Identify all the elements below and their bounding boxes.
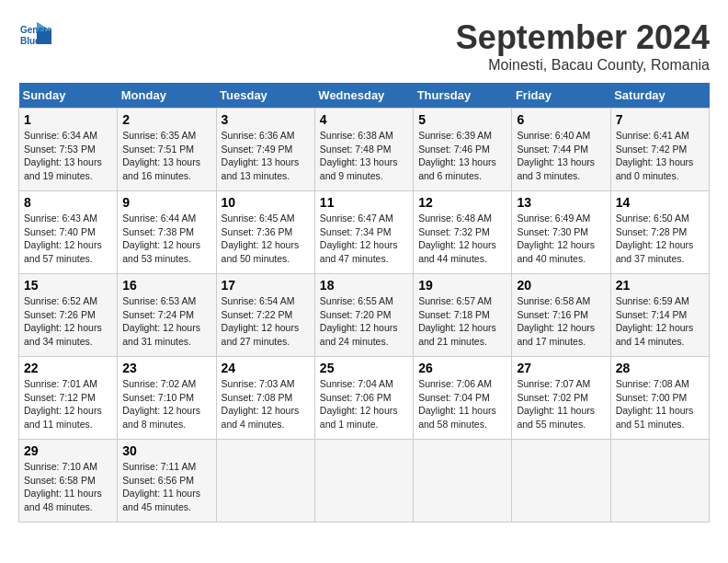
calendar-cell: 18Sunrise: 6:55 AMSunset: 7:20 PMDayligh…: [314, 274, 413, 357]
sunrise-text: Sunrise: 6:49 AM: [517, 213, 590, 224]
daylight-text: Daylight: 12 hours and 21 minutes.: [418, 322, 496, 347]
calendar-cell: 7Sunrise: 6:41 AMSunset: 7:42 PMDaylight…: [610, 109, 709, 191]
day-info: Sunrise: 6:52 AMSunset: 7:26 PMDaylight:…: [24, 294, 112, 349]
calendar-cell: 4Sunrise: 6:38 AMSunset: 7:48 PMDaylight…: [314, 109, 413, 191]
day-number: 30: [122, 443, 210, 458]
sunrise-text: Sunrise: 6:38 AM: [320, 130, 393, 141]
day-info: Sunrise: 6:50 AMSunset: 7:28 PMDaylight:…: [616, 212, 704, 266]
logo: General Blue: [18, 18, 51, 52]
calendar-cell: 16Sunrise: 6:53 AMSunset: 7:24 PMDayligh…: [118, 274, 216, 357]
day-number: 15: [24, 278, 112, 293]
daylight-text: Daylight: 12 hours and 27 minutes.: [222, 322, 300, 347]
daylight-text: Daylight: 12 hours and 47 minutes.: [320, 239, 398, 264]
day-number: 19: [418, 278, 506, 293]
sunrise-text: Sunrise: 6:45 AM: [222, 213, 295, 224]
sunset-text: Sunset: 7:26 PM: [24, 309, 96, 320]
day-info: Sunrise: 6:44 AMSunset: 7:38 PMDaylight:…: [122, 212, 210, 266]
sunrise-text: Sunrise: 6:58 AM: [517, 295, 590, 306]
day-info: Sunrise: 7:01 AMSunset: 7:12 PMDaylight:…: [24, 377, 112, 431]
sunrise-text: Sunrise: 6:35 AM: [122, 130, 196, 141]
sunset-text: Sunset: 7:34 PM: [320, 226, 392, 237]
calendar-cell: 14Sunrise: 6:50 AMSunset: 7:28 PMDayligh…: [610, 191, 709, 274]
sunrise-text: Sunrise: 6:44 AM: [122, 213, 196, 224]
sunset-text: Sunset: 6:56 PM: [122, 475, 194, 486]
calendar-cell: 25Sunrise: 7:04 AMSunset: 7:06 PMDayligh…: [314, 357, 413, 440]
day-info: Sunrise: 6:47 AMSunset: 7:34 PMDaylight:…: [320, 212, 408, 266]
calendar-week-row: 15Sunrise: 6:52 AMSunset: 7:26 PMDayligh…: [19, 274, 710, 357]
calendar-cell: 19Sunrise: 6:57 AMSunset: 7:18 PMDayligh…: [414, 274, 512, 357]
sunrise-text: Sunrise: 6:48 AM: [418, 213, 492, 224]
sunset-text: Sunset: 7:38 PM: [122, 226, 194, 237]
day-info: Sunrise: 6:43 AMSunset: 7:40 PMDaylight:…: [24, 212, 112, 266]
day-info: Sunrise: 7:08 AMSunset: 7:00 PMDaylight:…: [616, 377, 704, 431]
day-number: 26: [418, 361, 506, 375]
daylight-text: Daylight: 13 hours and 19 minutes.: [24, 156, 102, 181]
day-info: Sunrise: 6:53 AMSunset: 7:24 PMDaylight:…: [122, 294, 210, 349]
daylight-text: Daylight: 12 hours and 11 minutes.: [24, 405, 102, 430]
sunrise-text: Sunrise: 6:55 AM: [320, 295, 393, 306]
sunrise-text: Sunrise: 6:59 AM: [616, 295, 689, 306]
sunrise-text: Sunrise: 6:41 AM: [616, 130, 689, 141]
day-number: 1: [24, 112, 112, 127]
weekday-header-wednesday: Wednesday: [314, 83, 413, 109]
sunset-text: Sunset: 7:06 PM: [320, 392, 392, 403]
sunrise-text: Sunrise: 6:39 AM: [418, 130, 492, 141]
weekday-header-row: SundayMondayTuesdayWednesdayThursdayFrid…: [19, 83, 710, 109]
calendar-cell: 8Sunrise: 6:43 AMSunset: 7:40 PMDaylight…: [19, 191, 118, 274]
day-info: Sunrise: 6:55 AMSunset: 7:20 PMDaylight:…: [320, 294, 408, 349]
daylight-text: Daylight: 13 hours and 6 minutes.: [418, 156, 496, 181]
sunrise-text: Sunrise: 7:07 AM: [517, 378, 590, 389]
weekday-header-sunday: Sunday: [19, 83, 118, 109]
day-number: 2: [122, 112, 210, 127]
day-number: 24: [222, 361, 310, 375]
sunrise-text: Sunrise: 6:40 AM: [517, 130, 590, 141]
day-number: 10: [222, 195, 310, 210]
sunset-text: Sunset: 7:22 PM: [222, 309, 293, 320]
weekday-header-monday: Monday: [118, 83, 216, 109]
sunrise-text: Sunrise: 7:10 AM: [24, 461, 97, 472]
sunrise-text: Sunrise: 6:57 AM: [418, 295, 492, 306]
calendar-cell: 22Sunrise: 7:01 AMSunset: 7:12 PMDayligh…: [19, 357, 118, 440]
sunset-text: Sunset: 7:10 PM: [122, 392, 194, 403]
calendar-cell: 28Sunrise: 7:08 AMSunset: 7:00 PMDayligh…: [610, 357, 709, 440]
daylight-text: Daylight: 12 hours and 40 minutes.: [517, 239, 595, 264]
daylight-text: Daylight: 12 hours and 34 minutes.: [24, 322, 102, 347]
logo-icon: General Blue: [18, 18, 51, 52]
daylight-text: Daylight: 13 hours and 9 minutes.: [320, 156, 398, 181]
sunset-text: Sunset: 7:46 PM: [418, 144, 490, 155]
calendar-cell: 23Sunrise: 7:02 AMSunset: 7:10 PMDayligh…: [118, 357, 216, 440]
sunset-text: Sunset: 7:44 PM: [517, 144, 588, 155]
weekday-header-tuesday: Tuesday: [216, 83, 314, 109]
calendar-cell: [610, 440, 709, 523]
daylight-text: Daylight: 12 hours and 37 minutes.: [616, 239, 694, 264]
day-number: 4: [320, 112, 408, 127]
daylight-text: Daylight: 12 hours and 53 minutes.: [122, 239, 200, 264]
sunset-text: Sunset: 7:02 PM: [517, 392, 588, 403]
day-number: 28: [616, 361, 704, 375]
day-info: Sunrise: 7:03 AMSunset: 7:08 PMDaylight:…: [222, 377, 310, 431]
day-number: 18: [320, 278, 408, 293]
day-info: Sunrise: 6:39 AMSunset: 7:46 PMDaylight:…: [418, 129, 506, 183]
sunrise-text: Sunrise: 6:47 AM: [320, 213, 393, 224]
calendar-cell: [414, 440, 512, 523]
calendar-cell: 15Sunrise: 6:52 AMSunset: 7:26 PMDayligh…: [19, 274, 118, 357]
sunset-text: Sunset: 7:30 PM: [517, 226, 588, 237]
calendar-cell: 12Sunrise: 6:48 AMSunset: 7:32 PMDayligh…: [414, 191, 512, 274]
daylight-text: Daylight: 12 hours and 50 minutes.: [222, 239, 300, 264]
sunrise-text: Sunrise: 7:03 AM: [222, 378, 295, 389]
calendar-cell: 17Sunrise: 6:54 AMSunset: 7:22 PMDayligh…: [216, 274, 314, 357]
day-info: Sunrise: 6:34 AMSunset: 7:53 PMDaylight:…: [24, 129, 112, 183]
calendar-cell: 13Sunrise: 6:49 AMSunset: 7:30 PMDayligh…: [512, 191, 610, 274]
day-info: Sunrise: 6:45 AMSunset: 7:36 PMDaylight:…: [222, 212, 310, 266]
calendar-cell: 9Sunrise: 6:44 AMSunset: 7:38 PMDaylight…: [118, 191, 216, 274]
day-number: 14: [616, 195, 704, 210]
day-number: 27: [517, 361, 605, 375]
day-number: 21: [616, 278, 704, 293]
calendar-week-row: 8Sunrise: 6:43 AMSunset: 7:40 PMDaylight…: [19, 191, 710, 274]
calendar-cell: 21Sunrise: 6:59 AMSunset: 7:14 PMDayligh…: [610, 274, 709, 357]
sunset-text: Sunset: 7:51 PM: [122, 144, 194, 155]
daylight-text: Daylight: 13 hours and 3 minutes.: [517, 156, 595, 181]
calendar-cell: 5Sunrise: 6:39 AMSunset: 7:46 PMDaylight…: [414, 109, 512, 191]
day-number: 23: [122, 361, 210, 375]
day-number: 8: [24, 195, 112, 210]
